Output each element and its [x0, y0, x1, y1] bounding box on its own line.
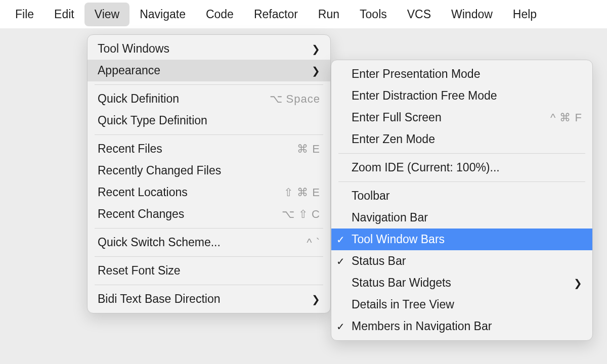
- menubar-navigate[interactable]: Navigate: [129, 3, 196, 26]
- menubar-tools[interactable]: Tools: [350, 3, 397, 26]
- menu-item-label: Reset Font Size: [98, 264, 181, 278]
- check-icon: ✓: [336, 321, 352, 333]
- shortcut-label: ^ ⌘ F: [550, 111, 582, 124]
- menu-item-label: Appearance: [98, 64, 160, 77]
- menubar-edit[interactable]: Edit: [44, 3, 84, 26]
- menubar-window[interactable]: Window: [441, 3, 503, 26]
- menu-item-label: Details in Tree View: [352, 298, 454, 311]
- menu-item-enter-distraction-free-mode[interactable]: Enter Distraction Free Mode: [331, 85, 592, 107]
- menu-item-label: Members in Navigation Bar: [352, 320, 492, 333]
- menu-item-label: Enter Zen Mode: [352, 132, 435, 146]
- menu-item-label: Enter Distraction Free Mode: [352, 89, 497, 103]
- check-icon: ✓: [336, 234, 352, 246]
- check-icon: ✓: [336, 255, 352, 267]
- menu-item-label: Bidi Text Base Direction: [98, 292, 220, 306]
- menu-item-label: Tool Windows: [98, 42, 169, 56]
- menu-separator: [95, 134, 323, 135]
- shortcut-label: ⌥ Space: [270, 93, 321, 106]
- menubar-view[interactable]: View: [84, 3, 129, 26]
- menu-item-quick-type-definition[interactable]: Quick Type Definition: [88, 110, 330, 131]
- menu-item-label: Quick Switch Scheme...: [98, 236, 221, 249]
- menu-item-label: Enter Full Screen: [352, 111, 442, 124]
- menu-separator: [95, 84, 323, 85]
- menu-item-bidi-text-base-direction[interactable]: Bidi Text Base Direction ❯: [88, 288, 330, 310]
- menubar-refactor[interactable]: Refactor: [244, 3, 308, 26]
- menubar-file[interactable]: File: [5, 3, 44, 26]
- menu-item-tool-windows[interactable]: Tool Windows ❯: [88, 38, 330, 60]
- menu-item-reset-font-size[interactable]: Reset Font Size: [88, 260, 330, 282]
- menu-item-tool-window-bars[interactable]: ✓Tool Window Bars: [331, 229, 592, 250]
- menu-item-label: Enter Presentation Mode: [352, 67, 480, 81]
- menu-item-toolbar[interactable]: Toolbar: [331, 185, 592, 207]
- menu-item-label: Recent Locations: [98, 186, 188, 199]
- menu-item-status-bar[interactable]: ✓Status Bar: [331, 250, 592, 272]
- menu-item-label: Recent Files: [98, 142, 162, 156]
- menu-item-recent-locations[interactable]: Recent Locations ⇧ ⌘ E: [88, 181, 330, 203]
- menu-item-label: Tool Window Bars: [352, 233, 445, 246]
- shortcut-label: ⌘ E: [297, 143, 320, 156]
- menu-item-label: Recent Changes: [98, 207, 184, 221]
- chevron-right-icon: ❯: [312, 65, 320, 77]
- menu-item-label: Zoom IDE (Current: 100%)...: [352, 161, 500, 174]
- menu-item-status-bar-widgets[interactable]: Status Bar Widgets ❯: [331, 272, 592, 294]
- menu-item-recently-changed-files[interactable]: Recently Changed Files: [88, 160, 330, 181]
- menu-item-zoom-ide[interactable]: Zoom IDE (Current: 100%)...: [331, 157, 592, 178]
- menubar-help[interactable]: Help: [503, 3, 547, 26]
- menu-item-recent-changes[interactable]: Recent Changes ⌥ ⇧ C: [88, 203, 330, 225]
- menu-separator: [95, 285, 323, 285]
- menu-item-label: Quick Definition: [98, 92, 179, 106]
- menu-item-label: Status Bar Widgets: [352, 276, 451, 290]
- menu-item-enter-full-screen[interactable]: Enter Full Screen ^ ⌘ F: [331, 107, 592, 128]
- menu-separator: [95, 228, 323, 229]
- shortcut-label: ⌥ ⇧ C: [282, 208, 320, 221]
- menubar-vcs[interactable]: VCS: [397, 3, 441, 26]
- menu-item-recent-files[interactable]: Recent Files ⌘ E: [88, 138, 330, 160]
- menu-separator: [338, 153, 585, 154]
- chevron-right-icon: ❯: [312, 43, 320, 55]
- menu-item-quick-switch-scheme[interactable]: Quick Switch Scheme... ^ `: [88, 232, 330, 253]
- menubar-run[interactable]: Run: [308, 3, 350, 26]
- menu-item-quick-definition[interactable]: Quick Definition ⌥ Space: [88, 88, 330, 110]
- menu-item-appearance[interactable]: Appearance ❯: [88, 60, 330, 81]
- menu-item-label: Quick Type Definition: [98, 114, 207, 127]
- menu-item-navigation-bar[interactable]: Navigation Bar: [331, 207, 592, 229]
- shortcut-label: ^ `: [307, 236, 320, 249]
- menu-item-label: Status Bar: [352, 254, 406, 268]
- menu-separator: [95, 256, 323, 257]
- menu-item-label: Toolbar: [352, 189, 389, 203]
- menubar: File Edit View Navigate Code Refactor Ru…: [0, 0, 607, 28]
- menu-item-members-in-navigation-bar[interactable]: ✓Members in Navigation Bar: [331, 315, 592, 337]
- menu-item-enter-zen-mode[interactable]: Enter Zen Mode: [331, 128, 592, 150]
- appearance-submenu: Enter Presentation Mode Enter Distractio…: [331, 60, 593, 341]
- chevron-right-icon: ❯: [574, 277, 582, 289]
- menu-item-label: Recently Changed Files: [98, 164, 221, 177]
- menubar-code[interactable]: Code: [196, 3, 244, 26]
- shortcut-label: ⇧ ⌘ E: [284, 186, 320, 199]
- menu-item-label: Navigation Bar: [352, 211, 428, 224]
- view-menu: Tool Windows ❯ Appearance ❯ Quick Defini…: [87, 34, 331, 313]
- chevron-right-icon: ❯: [312, 293, 320, 305]
- menu-separator: [338, 181, 585, 182]
- menu-item-enter-presentation-mode[interactable]: Enter Presentation Mode: [331, 63, 592, 85]
- menu-item-details-in-tree-view[interactable]: Details in Tree View: [331, 294, 592, 315]
